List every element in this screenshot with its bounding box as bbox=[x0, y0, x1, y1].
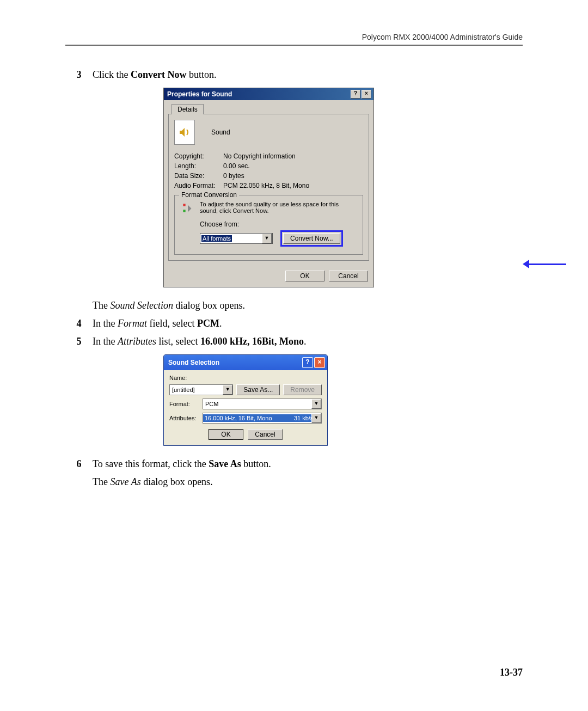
text-italic: Sound Selection bbox=[110, 300, 173, 311]
format-conversion-text: To adjust the sound quality or use less … bbox=[200, 201, 357, 214]
ok-button[interactable]: OK bbox=[209, 429, 243, 440]
step-number: 3 bbox=[65, 68, 93, 82]
choose-from-dropdown[interactable]: All formats ▼ bbox=[200, 233, 273, 244]
format-dropdown[interactable]: PCM ▼ bbox=[203, 399, 322, 409]
text: button. bbox=[186, 69, 216, 80]
text: In the bbox=[93, 318, 118, 329]
dialog-title: Properties for Sound bbox=[167, 90, 351, 98]
save-as-button[interactable]: Save As... bbox=[236, 384, 280, 395]
step-4: 4 In the Format field, select PCM. bbox=[65, 316, 523, 331]
fieldset-legend: Format Conversion bbox=[179, 191, 239, 199]
header-title: Polycom RMX 2000/4000 Administrator's Gu… bbox=[65, 33, 523, 41]
text: field, select bbox=[147, 318, 197, 329]
text-bold: PCM bbox=[197, 318, 219, 329]
text: button. bbox=[241, 458, 271, 469]
properties-for-sound-dialog: Properties for Sound ? × Details Sound C… bbox=[163, 88, 374, 287]
attributes-dropdown[interactable]: 16.000 kHz, 16 Bit, Mono 31 kb/sec ▼ bbox=[203, 413, 322, 424]
remove-button[interactable]: Remove bbox=[283, 384, 322, 395]
datasize-label: Data Size: bbox=[174, 172, 223, 180]
sound-file-icon bbox=[174, 120, 195, 145]
close-icon[interactable]: × bbox=[314, 357, 325, 368]
dropdown-value: PCM bbox=[205, 401, 218, 407]
figure-properties-dialog: Properties for Sound ? × Details Sound C… bbox=[163, 88, 523, 287]
help-icon[interactable]: ? bbox=[351, 90, 360, 99]
text: . bbox=[304, 336, 307, 347]
step-3: 3 Click the Convert Now button. bbox=[65, 68, 523, 82]
step-body: Click the Convert Now button. bbox=[93, 68, 523, 82]
text: dialog box opens. bbox=[141, 476, 213, 487]
close-icon[interactable]: × bbox=[362, 90, 371, 99]
ok-button[interactable]: OK bbox=[285, 271, 324, 281]
format-conversion-group: Format Conversion To adjust the sound qu… bbox=[174, 195, 363, 255]
dialog-title: Sound Selection bbox=[168, 359, 302, 366]
copyright-value: No Copyright information bbox=[223, 152, 363, 160]
step-6-after: The Save As dialog box opens. bbox=[65, 475, 523, 489]
callout-arrow bbox=[523, 259, 566, 269]
text: list, select bbox=[156, 336, 200, 347]
text: To save this format, click the bbox=[93, 458, 209, 469]
step-3-after: The Sound Selection dialog box opens. bbox=[65, 298, 523, 313]
text-bold: 16.000 kHz, 16Bit, Mono bbox=[200, 336, 304, 347]
convert-icon bbox=[180, 201, 195, 216]
text-italic: Format bbox=[118, 318, 147, 329]
titlebar: Sound Selection ? × bbox=[164, 355, 327, 370]
text-bold: Convert Now bbox=[131, 69, 186, 80]
length-label: Length: bbox=[174, 162, 223, 170]
tab-details[interactable]: Details bbox=[171, 104, 204, 114]
attributes-label: Attributes: bbox=[169, 415, 199, 421]
figure-sound-selection-dialog: Sound Selection ? × Name: [untitled] ▼ S… bbox=[163, 354, 523, 446]
titlebar: Properties for Sound ? × bbox=[164, 88, 373, 100]
text: Click the bbox=[93, 69, 131, 80]
text: The bbox=[93, 300, 110, 311]
step-5: 5 In the Attributes list, select 16.000 … bbox=[65, 334, 523, 349]
step-6: 6 To save this format, click the Save As… bbox=[65, 457, 523, 471]
step-number: 6 bbox=[65, 457, 93, 471]
page-number: 13-37 bbox=[500, 667, 523, 678]
chevron-down-icon[interactable]: ▼ bbox=[223, 385, 232, 395]
text-italic: Attributes bbox=[118, 336, 156, 347]
format-label: Format: bbox=[169, 401, 199, 407]
name-label: Name: bbox=[169, 375, 322, 381]
text: dialog box opens. bbox=[173, 300, 245, 311]
name-dropdown[interactable]: [untitled] ▼ bbox=[169, 384, 233, 395]
step-number: 5 bbox=[65, 334, 93, 349]
choose-from-label: Choose from: bbox=[200, 220, 357, 228]
text: . bbox=[219, 318, 222, 329]
cancel-button[interactable]: Cancel bbox=[248, 429, 283, 440]
callout-highlight: Convert Now... bbox=[280, 230, 343, 247]
chevron-down-icon[interactable]: ▼ bbox=[262, 234, 272, 243]
chevron-down-icon[interactable]: ▼ bbox=[311, 399, 321, 409]
text: The bbox=[93, 476, 110, 487]
sound-selection-dialog: Sound Selection ? × Name: [untitled] ▼ S… bbox=[163, 354, 328, 446]
dropdown-value: [untitled] bbox=[172, 387, 195, 393]
audioformat-value: PCM 22.050 kHz, 8 Bit, Mono bbox=[223, 182, 363, 189]
audioformat-label: Audio Format: bbox=[174, 182, 223, 189]
dropdown-value: All formats bbox=[201, 235, 232, 242]
step-number: 4 bbox=[65, 316, 93, 331]
type-label: Sound bbox=[211, 128, 230, 136]
text-italic: Save As bbox=[110, 476, 140, 487]
help-icon[interactable]: ? bbox=[302, 357, 313, 368]
tab-panel: Sound Copyright:No Copyright information… bbox=[168, 114, 369, 261]
header-rule bbox=[65, 45, 523, 46]
cancel-button[interactable]: Cancel bbox=[329, 271, 368, 281]
datasize-value: 0 bytes bbox=[223, 172, 363, 180]
copyright-label: Copyright: bbox=[174, 152, 223, 160]
convert-now-button[interactable]: Convert Now... bbox=[283, 233, 340, 244]
text-bold: Save As bbox=[209, 458, 241, 469]
attributes-value: 16.000 kHz, 16 Bit, Mono bbox=[205, 415, 272, 421]
chevron-down-icon[interactable]: ▼ bbox=[311, 413, 321, 423]
text: In the bbox=[93, 336, 118, 347]
length-value: 0.00 sec. bbox=[223, 162, 363, 170]
